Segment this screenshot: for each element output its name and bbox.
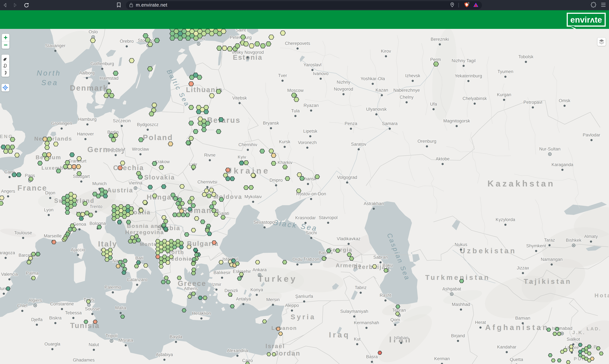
svg-text:Ouargla: Ouargla: [44, 342, 60, 347]
svg-text:Tabriz: Tabriz: [355, 285, 367, 290]
svg-text:Izhevsk: Izhevsk: [405, 73, 420, 78]
svg-text:Turkey: Turkey: [258, 274, 297, 284]
svg-text:Lyon: Lyon: [44, 208, 54, 212]
svg-text:Gothenburg: Gothenburg: [91, 61, 114, 66]
svg-text:Bryansk: Bryansk: [263, 121, 279, 126]
svg-text:Lipetsk: Lipetsk: [303, 129, 317, 134]
svg-text:Birjand: Birjand: [451, 333, 465, 338]
svg-text:Lebanon: Lebanon: [271, 325, 297, 331]
svg-text:France: France: [17, 184, 47, 192]
svg-text:Sulaymaniyah: Sulaymaniyah: [340, 309, 368, 314]
svg-text:Afghanistan: Afghanistan: [485, 323, 549, 332]
svg-text:Hanover: Hanover: [77, 131, 94, 136]
svg-text:Aktobe: Aktobe: [436, 156, 450, 161]
svg-text:Misrata: Misrata: [118, 338, 133, 343]
svg-text:Pavlodar: Pavlodar: [583, 132, 600, 137]
svg-text:Slovakia: Slovakia: [144, 174, 175, 181]
svg-text:Chernihiv: Chernihiv: [238, 142, 257, 147]
svg-text:Berezniki: Berezniki: [430, 37, 449, 42]
svg-text:Rivne: Rivne: [204, 153, 215, 157]
svg-text:Bologna: Bologna: [89, 221, 106, 226]
svg-text:Şanlıurfa: Şanlıurfa: [295, 294, 313, 299]
svg-text:Kermanshah: Kermanshah: [354, 320, 379, 325]
svg-text:Sabran: Sabran: [373, 255, 388, 260]
svg-text:Taraz: Taraz: [544, 238, 555, 243]
svg-text:Kyiv: Kyiv: [238, 155, 246, 160]
svg-text:Constantine: Constantine: [50, 301, 74, 306]
svg-text:Tripoli: Tripoli: [106, 333, 118, 338]
svg-text:Yaroslavl: Yaroslavl: [303, 62, 321, 67]
svg-text:Denmark: Denmark: [70, 84, 108, 92]
svg-text:Dnipro: Dnipro: [269, 178, 283, 183]
svg-text:Yekaterinburg: Yekaterinburg: [455, 73, 482, 78]
svg-text:Tula: Tula: [291, 108, 300, 113]
svg-text:Stavanger: Stavanger: [45, 43, 65, 48]
svg-text:Trento: Trento: [90, 204, 102, 209]
svg-text:Bayda: Bayda: [170, 334, 182, 339]
svg-text:Konya: Konya: [250, 287, 263, 292]
svg-text:Szczecin: Szczecin: [113, 118, 131, 123]
svg-text:Jizzax: Jizzax: [517, 265, 529, 271]
svg-text:Almaty: Almaty: [584, 234, 598, 239]
svg-text:Petropavl: Petropavl: [523, 100, 542, 105]
svg-text:Stavropol: Stavropol: [319, 215, 338, 220]
svg-text:Namangan: Namangan: [541, 257, 563, 262]
svg-text:Kandahar: Kandahar: [497, 345, 516, 350]
svg-text:Poland: Poland: [143, 133, 173, 142]
svg-text:Munich: Munich: [92, 181, 107, 186]
svg-text:Israel: Israel: [265, 343, 285, 350]
svg-text:Kazakhstan: Kazakhstan: [487, 179, 555, 188]
svg-text:Rasht: Rasht: [380, 293, 391, 298]
svg-text:Karaganda: Karaganda: [552, 162, 573, 167]
svg-text:Heraklion: Heraklion: [192, 311, 211, 316]
svg-text:Vitebsk: Vitebsk: [232, 95, 247, 101]
svg-text:Ankara: Ankara: [252, 267, 267, 272]
svg-text:Orenburg: Orenburg: [417, 139, 436, 144]
svg-text:Basra: Basra: [366, 354, 378, 359]
svg-text:Tyumen: Tyumen: [498, 69, 513, 74]
svg-text:Oslo: Oslo: [89, 29, 98, 34]
svg-text:Aalborg: Aalborg: [79, 70, 95, 75]
svg-text:Magnitogorsk: Magnitogorsk: [443, 118, 470, 123]
svg-text:Naberezhnye: Naberezhnye: [393, 88, 420, 93]
svg-text:Palma: Palma: [26, 271, 39, 276]
svg-text:Ghadames: Ghadames: [73, 358, 95, 363]
svg-text:Örebro: Örebro: [120, 39, 134, 44]
svg-text:Aleppo: Aleppo: [285, 303, 299, 308]
svg-text:Sea: Sea: [41, 78, 58, 87]
svg-text:Ajaccio: Ajaccio: [71, 247, 85, 252]
svg-text:envirʌte: envirʌte: [570, 15, 602, 25]
svg-text:Denizli: Denizli: [224, 288, 238, 293]
svg-text:Algiers: Algiers: [28, 298, 42, 303]
svg-text:Kirov: Kirov: [381, 49, 391, 54]
svg-text:Catanzaro: Catanzaro: [127, 277, 148, 282]
svg-text:Nizhny Tagil: Nizhny Tagil: [452, 58, 475, 63]
svg-text:Athens: Athens: [184, 286, 198, 291]
svg-text:Mykolaiv: Mykolaiv: [244, 194, 262, 199]
svg-text:Perm: Perm: [430, 57, 441, 62]
svg-text:Djelfa: Djelfa: [31, 317, 43, 322]
svg-text:1: 1: [468, 2, 469, 4]
svg-text:Bamian: Bamian: [515, 316, 530, 321]
svg-text:Voronezh: Voronezh: [298, 140, 317, 145]
svg-text:Ufa: Ufa: [430, 102, 437, 107]
svg-text:Ryazan: Ryazan: [304, 103, 319, 108]
svg-text:Novgorod: Novgorod: [334, 87, 353, 91]
svg-text:Kazan: Kazan: [375, 88, 388, 92]
svg-text:Shymkent: Shymkent: [526, 243, 546, 248]
svg-text:North: North: [37, 69, 61, 77]
svg-text:Nur-Sultan: Nur-Sultan: [539, 146, 560, 152]
svg-text:Nizhny: Nizhny: [337, 80, 350, 85]
svg-text:Sialkot: Sialkot: [567, 337, 580, 342]
svg-text:Ulyanovsk: Ulyanovsk: [366, 107, 387, 112]
svg-text:Bydgoszcz: Bydgoszcz: [137, 122, 159, 127]
svg-text:Halmstad: Halmstad: [100, 76, 118, 81]
svg-text:Samara: Samara: [382, 121, 398, 126]
svg-text:Malta: Malta: [115, 305, 126, 310]
svg-text:Saratov: Saratov: [351, 142, 366, 147]
svg-text:Baku: Baku: [383, 263, 393, 268]
svg-text:Herat: Herat: [475, 320, 486, 325]
svg-text:Angers: Angers: [1, 189, 15, 194]
svg-text:Bari: Bari: [135, 256, 143, 260]
svg-text:Krasnodar: Krasnodar: [295, 215, 316, 220]
